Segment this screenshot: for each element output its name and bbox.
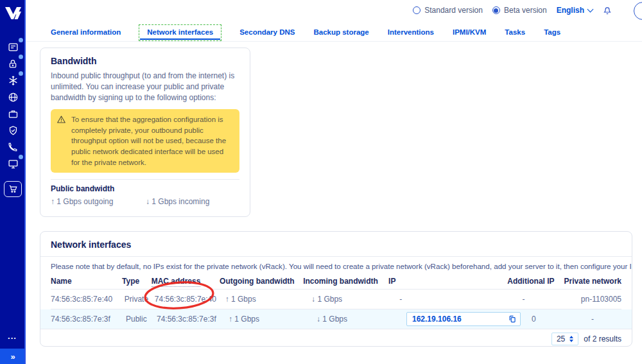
copy-icon	[508, 315, 517, 324]
column-header-outgoing[interactable]: Outgoing bandwidth	[220, 277, 303, 286]
cell-outgoing-bandwidth: ↑ 1 Gbps	[225, 295, 311, 304]
ip-value: 162.19.106.16	[412, 315, 462, 324]
tab-secondary-dns[interactable]: Secondary DNS	[239, 24, 295, 41]
beta-version-option[interactable]: Beta version	[492, 6, 547, 15]
cell-name: 74:56:3c:85:7e:40	[51, 295, 125, 304]
ovhcloud-logo-mark	[4, 6, 22, 20]
cell-additional-ip: 0	[532, 315, 591, 324]
snowflake-icon	[8, 75, 19, 86]
cart-button[interactable]	[4, 181, 22, 197]
column-header-private-network[interactable]: Private network	[564, 277, 621, 286]
table-header-row: Name Type MAC address Outgoing bandwidth…	[51, 273, 621, 290]
tab-general-information[interactable]: General information	[50, 24, 121, 41]
tab-tags[interactable]: Tags	[543, 24, 561, 41]
cell-private-network: -	[591, 315, 621, 324]
sidebar: ... »	[0, 0, 26, 364]
page-size-value: 25	[557, 334, 565, 343]
desktop-icon	[8, 159, 19, 169]
cell-ip: 162.19.106.16	[406, 312, 532, 326]
column-header-name[interactable]: Name	[51, 277, 122, 286]
sidebar-item-telecom[interactable]	[4, 139, 21, 155]
shield-check-icon	[8, 125, 19, 136]
sidebar-item-security[interactable]	[4, 55, 21, 72]
stepper-icon	[569, 336, 573, 342]
aggregation-warning: To ensure that the aggregation configura…	[51, 109, 239, 173]
ovhcloud-logo[interactable]	[0, 0, 26, 26]
sidebar-expand-button[interactable]: »	[0, 349, 26, 364]
ip-value-box[interactable]: 162.19.106.16	[406, 312, 521, 326]
public-bandwidth-label: Public bandwidth	[51, 184, 239, 193]
page-size-select[interactable]: 25	[551, 333, 578, 345]
warning-text: To ensure that the aggregation configura…	[71, 116, 226, 166]
tab-bar: General information Network interfaces S…	[26, 23, 642, 42]
cell-mac-address: 74:56:3c:85:7e:3f	[157, 315, 229, 324]
tab-network-interfaces[interactable]: Network interfaces	[139, 24, 221, 41]
public-outgoing-value: ↑ 1 Gbps outgoing	[51, 197, 146, 206]
lock-icon	[8, 58, 18, 69]
sidebar-item-billing[interactable]	[4, 39, 21, 55]
language-label: English	[557, 6, 584, 15]
network-interfaces-card: Network interfaces Please note that by d…	[40, 231, 632, 347]
cell-incoming-bandwidth: ↓ 1 Gbps	[317, 315, 406, 324]
sidebar-item-snowflake[interactable]	[4, 72, 21, 89]
cell-ip: -	[399, 295, 522, 304]
results-count: of 2 results	[584, 334, 621, 343]
notification-dot	[19, 38, 23, 42]
radio-checked-icon[interactable]	[492, 6, 500, 14]
standard-version-option[interactable]: Standard version	[413, 6, 483, 15]
sidebar-nav	[0, 39, 26, 197]
cell-outgoing-bandwidth: ↑ 1 Gbps	[229, 315, 317, 324]
warning-icon	[56, 115, 66, 127]
billing-icon	[8, 42, 19, 53]
cart-icon	[8, 184, 18, 194]
public-bandwidth-section: Public bandwidth ↑ 1 Gbps outgoing ↓ 1 G…	[51, 179, 239, 211]
bell-icon	[602, 4, 612, 16]
sidebar-item-network[interactable]	[4, 89, 21, 105]
cell-type: Public	[126, 315, 157, 324]
tab-tasks[interactable]: Tasks	[504, 24, 526, 41]
cell-incoming-bandwidth: ↓ 1 Gbps	[311, 295, 399, 304]
cell-additional-ip: -	[523, 295, 581, 304]
bandwidth-card: Bandwidth Inbound public throughput (to …	[40, 48, 250, 217]
sidebar-item-hosted-private-cloud[interactable]	[4, 105, 21, 122]
beta-version-label: Beta version	[504, 6, 547, 15]
briefcase-icon	[8, 108, 19, 119]
notification-dot	[19, 71, 23, 76]
notification-dot	[19, 55, 23, 59]
sidebar-more-button[interactable]: ...	[0, 331, 24, 341]
column-header-incoming[interactable]: Incoming bandwidth	[303, 277, 388, 286]
tab-backup-storage[interactable]: Backup storage	[313, 24, 369, 41]
divider	[40, 256, 632, 257]
top-bar: Standard version Beta version English	[26, 0, 642, 21]
cell-name: 74:56:3c:85:7e:3f	[51, 315, 126, 324]
double-chevron-right-icon: »	[10, 352, 15, 361]
copy-ip-button[interactable]	[508, 315, 517, 324]
phone-icon	[8, 142, 18, 152]
tab-ipmi-kvm[interactable]: IPMI/KVM	[452, 24, 487, 41]
vrack-note: Please note that by default, no IPs exis…	[51, 262, 621, 270]
radio-unchecked-icon[interactable]	[413, 6, 421, 14]
notifications-button[interactable]	[602, 4, 612, 16]
cell-type: Private	[125, 295, 155, 304]
sidebar-item-identity-security[interactable]	[4, 122, 21, 139]
sidebar-item-web-cloud[interactable]	[4, 155, 21, 172]
notification-dot	[19, 155, 23, 159]
public-incoming-value: ↓ 1 Gbps incoming	[146, 197, 209, 206]
cell-private-network: pn-1103005	[581, 295, 621, 304]
cell-mac-address: 74:56:3c:85:7e:40	[155, 295, 225, 304]
bandwidth-description: Inbound public throughput (to and from t…	[51, 71, 239, 103]
vrack-note-text: Please note that by default, no IPs exis…	[51, 262, 632, 270]
tab-interventions[interactable]: Interventions	[387, 24, 435, 41]
column-header-additional-ip[interactable]: Additional IP	[507, 277, 564, 286]
network-interfaces-title: Network interfaces	[51, 239, 621, 250]
bandwidth-title: Bandwidth	[51, 56, 239, 66]
language-selector[interactable]: English	[557, 6, 593, 15]
column-header-mac[interactable]: MAC address	[152, 277, 220, 286]
chevron-down-icon	[587, 6, 594, 13]
pagination: 25 of 2 results	[51, 329, 621, 347]
globe-icon	[8, 92, 19, 103]
standard-version-label: Standard version	[424, 6, 483, 15]
column-header-type[interactable]: Type	[122, 277, 152, 286]
column-header-ip[interactable]: IP	[388, 277, 507, 286]
table-row-public-interface: 74:56:3c:85:7e:3f Public 74:56:3c:85:7e:…	[40, 309, 632, 329]
